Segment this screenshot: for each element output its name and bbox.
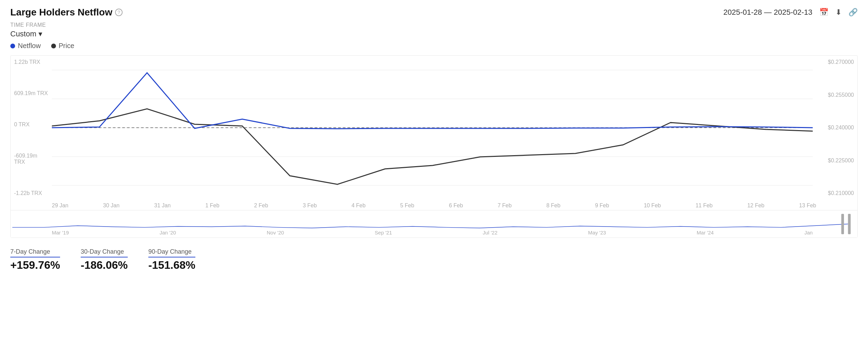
price-line bbox=[52, 109, 813, 184]
x-label-7: 4 Feb bbox=[352, 203, 366, 209]
svg-rect-7 bbox=[848, 214, 851, 234]
x-label-14: 11 Feb bbox=[696, 203, 713, 209]
y-left-1: 1.22b TRX bbox=[14, 59, 48, 65]
stat-7day-label: 7-Day Change bbox=[10, 248, 60, 257]
stat-30day-label: 30-Day Change bbox=[81, 248, 128, 257]
stat-90day-value: -151.68% bbox=[148, 259, 195, 272]
stat-90day-label: 90-Day Change bbox=[148, 248, 195, 257]
chart-area: 1.22b TRX 609.19m TRX 0 TRX -609.19m TRX… bbox=[10, 55, 858, 238]
timeframe-value: Custom bbox=[10, 30, 36, 38]
y-axis-right: $0.270000 $0.255000 $0.240000 $0.225000 … bbox=[813, 56, 857, 200]
header-right: 2025-01-28 — 2025-02-13 📅 ⬇ 🔗 bbox=[723, 8, 858, 17]
mini-label-5: Jul '22 bbox=[483, 230, 498, 235]
netflow-label: Netflow bbox=[18, 42, 41, 50]
y-left-4: -609.19m TRX bbox=[14, 153, 48, 165]
x-label-15: 12 Feb bbox=[747, 203, 764, 209]
x-label-6: 3 Feb bbox=[303, 203, 317, 209]
y-right-1: $0.270000 bbox=[816, 59, 854, 65]
mini-label-7: Mar '24 bbox=[697, 230, 714, 235]
x-axis: 29 Jan 30 Jan 31 Jan 1 Feb 2 Feb 3 Feb 4… bbox=[11, 200, 857, 210]
mini-label-8: Jan bbox=[804, 230, 813, 235]
download-icon[interactable]: ⬇ bbox=[835, 8, 842, 17]
y-right-2: $0.255000 bbox=[816, 92, 854, 98]
page-title: Large Holders Netflow bbox=[10, 7, 112, 18]
x-label-5: 2 Feb bbox=[254, 203, 268, 209]
info-icon[interactable]: ? bbox=[115, 9, 123, 16]
x-label-12: 9 Feb bbox=[595, 203, 609, 209]
x-label-2: 30 Jan bbox=[103, 203, 119, 209]
mini-label-1: Mar '19 bbox=[52, 230, 69, 235]
stat-30day-value: -186.06% bbox=[81, 259, 128, 272]
stats-section: 7-Day Change +159.76% 30-Day Change -186… bbox=[10, 245, 858, 272]
chart-svg-container bbox=[52, 56, 813, 200]
legend-price: Price bbox=[51, 42, 75, 50]
y-left-3: 0 TRX bbox=[14, 122, 48, 128]
svg-rect-6 bbox=[841, 214, 844, 234]
legend-netflow: Netflow bbox=[10, 42, 41, 50]
x-label-3: 31 Jan bbox=[154, 203, 171, 209]
timeframe-label: TIME FRAME bbox=[10, 22, 858, 28]
main-chart-svg bbox=[52, 56, 813, 200]
price-label: Price bbox=[59, 42, 75, 50]
mini-chart[interactable]: Mar '19 Jan '20 Nov '20 Sep '21 Jul '22 … bbox=[11, 210, 857, 238]
y-right-3: $0.240000 bbox=[816, 125, 854, 131]
mini-netflow-line bbox=[12, 224, 848, 228]
date-range: 2025-01-28 — 2025-02-13 bbox=[723, 8, 812, 17]
stat-7day: 7-Day Change +159.76% bbox=[10, 248, 60, 272]
title-area: Large Holders Netflow ? bbox=[10, 7, 123, 18]
legend: Netflow Price bbox=[10, 42, 858, 50]
mini-label-4: Sep '21 bbox=[375, 230, 392, 235]
y-right-5: $0.210000 bbox=[816, 190, 854, 196]
x-label-8: 5 Feb bbox=[400, 203, 414, 209]
chevron-down-icon: ▾ bbox=[38, 30, 42, 38]
price-dot bbox=[51, 44, 56, 48]
x-label-16: 13 Feb bbox=[799, 203, 816, 209]
x-label-4: 1 Feb bbox=[205, 203, 219, 209]
mini-label-6: May '23 bbox=[588, 230, 606, 235]
calendar-icon[interactable]: 📅 bbox=[819, 8, 829, 17]
y-left-2: 609.19m TRX bbox=[14, 90, 48, 96]
mini-label-2: Jan '20 bbox=[160, 230, 176, 235]
stat-90day: 90-Day Change -151.68% bbox=[148, 248, 195, 272]
header: Large Holders Netflow ? 2025-01-28 — 202… bbox=[10, 7, 858, 18]
y-left-5: -1.22b TRX bbox=[14, 190, 48, 196]
page-container: Large Holders Netflow ? 2025-01-28 — 202… bbox=[0, 0, 868, 278]
mini-label-3: Nov '20 bbox=[267, 230, 284, 235]
stat-7day-value: +159.76% bbox=[10, 259, 60, 272]
stat-30day: 30-Day Change -186.06% bbox=[81, 248, 128, 272]
x-label-13: 10 Feb bbox=[644, 203, 661, 209]
y-right-4: $0.225000 bbox=[816, 158, 854, 164]
main-chart: 1.22b TRX 609.19m TRX 0 TRX -609.19m TRX… bbox=[11, 56, 857, 200]
timeframe-dropdown[interactable]: Custom ▾ bbox=[10, 30, 858, 38]
timeframe-section: TIME FRAME Custom ▾ bbox=[10, 22, 858, 38]
x-label-11: 8 Feb bbox=[546, 203, 560, 209]
mini-chart-labels: Mar '19 Jan '20 Nov '20 Sep '21 Jul '22 … bbox=[52, 230, 813, 235]
netflow-line bbox=[52, 73, 813, 129]
link-icon[interactable]: 🔗 bbox=[848, 8, 858, 17]
x-label-1: 29 Jan bbox=[52, 203, 68, 209]
netflow-dot bbox=[10, 44, 15, 48]
x-label-9: 6 Feb bbox=[449, 203, 463, 209]
y-axis-left: 1.22b TRX 609.19m TRX 0 TRX -609.19m TRX… bbox=[11, 56, 52, 200]
x-label-10: 7 Feb bbox=[498, 203, 512, 209]
